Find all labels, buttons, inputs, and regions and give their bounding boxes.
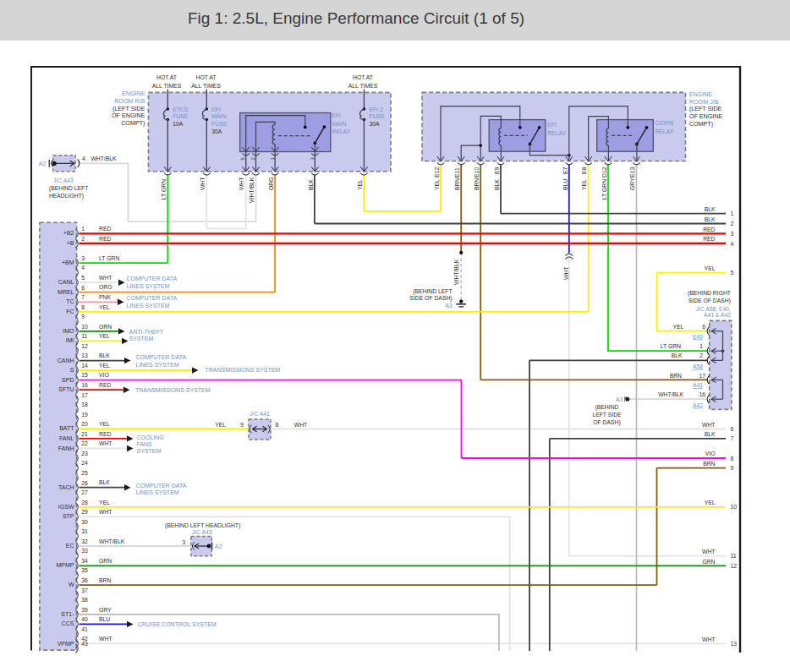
svg-text:EFI: EFI xyxy=(332,112,341,118)
svg-text:WHT: WHT xyxy=(99,275,112,281)
svg-text:OF DASH): OF DASH) xyxy=(593,419,620,426)
svg-text:A41: A41 xyxy=(693,382,703,388)
svg-text:3: 3 xyxy=(731,231,734,237)
svg-text:COMPT): COMPT) xyxy=(121,119,145,127)
svg-text:E40: E40 xyxy=(693,334,703,340)
svg-text:WHT: WHT xyxy=(99,440,112,446)
svg-text:13: 13 xyxy=(81,352,88,358)
svg-text:W: W xyxy=(69,582,74,587)
svg-text:(LEFT SIDE: (LEFT SIDE xyxy=(689,105,722,112)
svg-text:ORG: ORG xyxy=(99,284,112,290)
svg-text:ALL TIMES: ALL TIMES xyxy=(191,83,221,89)
svg-text:(LEFT SIDE: (LEFT SIDE xyxy=(112,105,145,112)
svg-text:FANS: FANS xyxy=(137,441,153,447)
svg-text:J/C A58, E40,: J/C A58, E40, xyxy=(695,306,731,312)
svg-text:YEL: YEL xyxy=(99,363,110,369)
svg-text:28: 28 xyxy=(81,500,88,505)
svg-text:OF ENGINE: OF ENGINE xyxy=(689,112,723,120)
svg-text:ETCS: ETCS xyxy=(173,107,189,112)
svg-text:(BEHIND LEFT: (BEHIND LEFT xyxy=(49,185,88,192)
svg-text:21: 21 xyxy=(81,431,88,437)
svg-text:BRN: BRN xyxy=(670,373,682,379)
svg-text:16: 16 xyxy=(81,382,88,388)
svg-text:E8: E8 xyxy=(581,167,587,175)
svg-text:32: 32 xyxy=(81,538,88,544)
svg-text:COOLING: COOLING xyxy=(137,434,164,440)
svg-text:13: 13 xyxy=(731,641,738,647)
svg-text:A42: A42 xyxy=(693,402,703,408)
svg-text:BLU: BLU xyxy=(562,179,568,190)
svg-text:7: 7 xyxy=(731,435,734,441)
svg-text:10A: 10A xyxy=(173,121,184,127)
svg-text:3: 3 xyxy=(182,539,185,545)
svg-text:FANL: FANL xyxy=(59,435,74,441)
svg-text:WHT: WHT xyxy=(239,178,244,190)
svg-text:WHT/BLK: WHT/BLK xyxy=(658,391,684,397)
svg-text:TRANSMISSIONS SYSTEM: TRANSMISSIONS SYSTEM xyxy=(206,367,281,373)
svg-text:BLK: BLK xyxy=(672,352,683,358)
svg-text:35: 35 xyxy=(81,567,88,573)
svg-text:18: 18 xyxy=(81,402,88,407)
svg-text:10: 10 xyxy=(731,504,738,510)
svg-text:BLK: BLK xyxy=(705,431,716,437)
svg-text:SIDE OF DASH): SIDE OF DASH) xyxy=(409,295,452,302)
svg-text:GRN: GRN xyxy=(99,558,112,564)
svg-text:33: 33 xyxy=(81,548,88,554)
svg-text:YEL: YEL xyxy=(99,304,110,310)
svg-text:EFI: EFI xyxy=(547,122,557,128)
svg-text:41: 41 xyxy=(81,626,88,632)
svg-text:TC: TC xyxy=(66,298,74,304)
svg-text:29: 29 xyxy=(81,509,88,515)
svg-text:COMPT): COMPT) xyxy=(689,120,713,128)
svg-text:6: 6 xyxy=(731,426,734,432)
svg-text:CRUISE CONTROL SYSTEM: CRUISE CONTROL SYSTEM xyxy=(138,621,217,627)
svg-text:PNK: PNK xyxy=(99,294,111,300)
svg-text:4: 4 xyxy=(82,156,85,161)
svg-text:COMPUTER DATA: COMPUTER DATA xyxy=(127,276,178,281)
svg-text:A2: A2 xyxy=(39,160,47,167)
svg-text:YEL: YEL xyxy=(215,422,226,428)
svg-text:LT GRN: LT GRN xyxy=(161,179,167,199)
svg-text:E12: E12 xyxy=(434,167,440,178)
svg-text:LINES SYSTEM: LINES SYSTEM xyxy=(127,303,170,309)
svg-text:22: 22 xyxy=(81,440,88,446)
svg-text:SYSTEM: SYSTEM xyxy=(137,448,162,454)
svg-text:D12: D12 xyxy=(601,167,607,178)
svg-text:GRN: GRN xyxy=(99,324,112,330)
svg-text:2: 2 xyxy=(81,236,85,242)
svg-text:BRN: BRN xyxy=(703,461,715,467)
svg-text:E9: E9 xyxy=(494,167,500,175)
svg-text:34: 34 xyxy=(81,558,88,564)
svg-text:BLK: BLK xyxy=(99,479,110,485)
svg-text:CANL: CANL xyxy=(58,279,74,285)
svg-text:30: 30 xyxy=(81,519,88,525)
svg-text:FUSE: FUSE xyxy=(211,121,228,127)
svg-text:7: 7 xyxy=(81,294,85,300)
svg-text:36: 36 xyxy=(81,577,88,583)
svg-text:ALL TIMES: ALL TIMES xyxy=(348,83,378,89)
svg-text:5: 5 xyxy=(81,275,85,281)
svg-text:9: 9 xyxy=(240,422,244,428)
svg-text:43: 43 xyxy=(81,641,88,647)
svg-text:BRN: BRN xyxy=(99,577,111,583)
svg-text:E13: E13 xyxy=(629,167,635,178)
svg-text:E10: E10 xyxy=(474,167,480,178)
svg-text:TRANSMISSIONS SYSTEM: TRANSMISSIONS SYSTEM xyxy=(135,387,211,393)
svg-text:RED: RED xyxy=(99,431,111,437)
svg-text:HOT AT: HOT AT xyxy=(196,74,217,80)
svg-text:J/C A43: J/C A43 xyxy=(53,178,74,183)
svg-text:24: 24 xyxy=(81,460,88,466)
svg-text:3: 3 xyxy=(81,255,85,261)
svg-text:6: 6 xyxy=(702,324,705,330)
svg-text:RED: RED xyxy=(99,226,111,232)
svg-text:J/C A41: J/C A41 xyxy=(250,411,270,417)
svg-text:GRY: GRY xyxy=(629,178,635,190)
svg-text:WHT/BLK: WHT/BLK xyxy=(99,538,125,544)
svg-text:ALL TIMES: ALL TIMES xyxy=(152,83,182,89)
svg-text:WHT: WHT xyxy=(702,636,715,642)
svg-text:BLK: BLK xyxy=(308,179,314,190)
svg-text:EFI 2: EFI 2 xyxy=(370,107,383,112)
svg-text:20: 20 xyxy=(81,421,88,427)
svg-text:LINES SYSTEM: LINES SYSTEM xyxy=(127,283,170,289)
svg-text:MPMP: MPMP xyxy=(57,562,74,568)
